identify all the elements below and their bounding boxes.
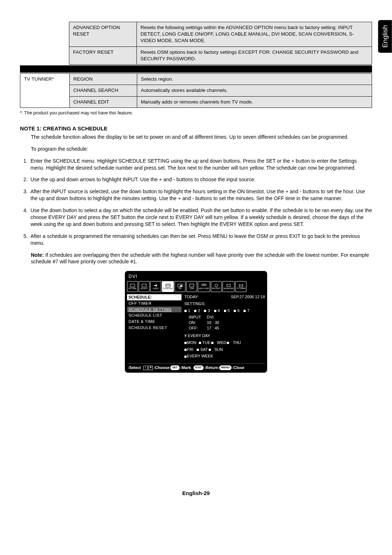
square-icon (214, 310, 216, 312)
osd-tab-adjust[interactable]: ADJUST (139, 281, 150, 292)
step-4: Use the down button to select a day on w… (29, 207, 372, 228)
osd-tab-picture[interactable]: PICTURE (127, 281, 138, 292)
osd-left-item-schedulelist[interactable]: SCHEDULE LIST (127, 312, 181, 319)
set-pill: SET (170, 365, 180, 370)
square-icon (184, 342, 187, 344)
square-icon (184, 356, 187, 358)
note-after: Note: If schedules are overlapping then … (31, 252, 372, 266)
osd-tab-osm[interactable]: OSM (186, 281, 197, 292)
svg-rect-11 (239, 285, 243, 287)
square-icon (227, 342, 229, 344)
osd-title: DVI (128, 273, 264, 280)
tv-tuner-rowhead: TV TUNNER* (20, 74, 70, 108)
step-3: After the INPUT source is selected, use … (29, 188, 372, 202)
osd-tab-audio[interactable]: AUDIO (150, 281, 161, 292)
osd-today-value: SEP.27.2006 12:18 (231, 294, 265, 300)
empty-rowhead (20, 22, 69, 47)
note-intro: The schedule function allows the display… (31, 134, 372, 141)
svg-rect-1 (142, 284, 146, 287)
osd-footer-choose: :Choose (154, 365, 170, 370)
osd-left-item-datetime[interactable]: DATE & TIME (127, 319, 181, 325)
yen-icon: ¥ (184, 333, 187, 338)
note-after-text: If schedules are overlapping then the sc… (31, 252, 369, 265)
svg-rect-7 (202, 284, 204, 285)
square-icon (184, 310, 187, 312)
osd-everyweek[interactable]: EVERY WEEK (184, 353, 265, 359)
minus-icon: - (143, 366, 148, 370)
osd-tab-advanced[interactable]: ADVANCED (222, 281, 234, 292)
table2-desc-1: Automatically stores available channels. (137, 85, 372, 96)
osd-on-label: ON: (189, 320, 207, 325)
osd-on-value: 10 : 30 (207, 320, 219, 325)
square-icon (184, 349, 187, 351)
osd-days-row2: FRI SAT SUN (184, 347, 265, 352)
table2-label-1: CHANNEL SEARCH (70, 85, 137, 96)
osd-footer-select: :Select (128, 365, 141, 370)
note-section: NOTE 1: CREATING A SCHEDULE The schedule… (20, 125, 372, 266)
table1-desc-0: Resets the following settings within the… (137, 22, 372, 47)
osd-tab-protect[interactable]: PROTECT (211, 281, 222, 292)
osd-tab-tvtuner[interactable]: TV TUNER (235, 281, 246, 292)
osd-left-item-offtimer[interactable]: OFF TIMER (127, 300, 181, 307)
language-tab: English (378, 20, 392, 53)
step-2: Use the up and down arrows to highlight … (29, 176, 372, 183)
osd-tab-pip[interactable]: PIP (175, 281, 185, 292)
osd-input-label: INPUT: (189, 315, 207, 320)
osd-days-row1: MON TUE WED THU (184, 340, 265, 345)
table1-desc-1: Resets OSM options back to factory setti… (137, 46, 372, 64)
program-intro: To program the schedule: (31, 146, 372, 153)
step-1: Enter the SCHEDULE menu. Highlight SCHED… (29, 158, 372, 171)
osd-right-panel: TODAY: SEP.27.2006 12:18 SETTINGS: 1 2 3… (184, 294, 265, 360)
svg-rect-10 (227, 284, 230, 287)
osd-input-value: DVI (207, 315, 213, 320)
osd-settings-label: SETTINGS: (184, 301, 265, 307)
osd-tab-schedule[interactable]: SCHEDULE (162, 281, 174, 292)
empty-rowhead (20, 46, 69, 64)
osd-off-label: OFF: (189, 325, 207, 331)
osd-footer-close: :Close (232, 365, 245, 370)
square-icon (197, 349, 199, 351)
steps-list: Enter the SCHEDULE menu. Highlight SCHED… (20, 158, 372, 247)
osd-footer: :Select -+ :Choose SET :Mark EXIT :Retur… (127, 363, 265, 370)
osd-schedule-numbers: 1 2 3 4 5 6 7 (184, 308, 265, 313)
table2-desc-2: Manually adds or removes channels from T… (137, 96, 372, 108)
osd-panel: DVI PICTURE ADJUST AUDIO SCHEDULE PIP OS… (124, 270, 268, 373)
square-icon (244, 310, 246, 312)
square-icon (211, 342, 213, 344)
table2-desc-0: Selects region. (137, 74, 372, 85)
osd-footer-mark: :Mark (180, 365, 191, 370)
svg-rect-2 (166, 284, 170, 287)
svg-point-9 (215, 284, 218, 287)
osd-tab-multidisp[interactable]: MULTI DISP (198, 281, 210, 292)
svg-rect-0 (130, 284, 135, 287)
osd-today-label: TODAY: (184, 294, 199, 300)
osd-tab-bar: PICTURE ADJUST AUDIO SCHEDULE PIP OSM MU… (127, 281, 265, 292)
section-separator (20, 65, 372, 73)
square-icon (199, 342, 201, 344)
exit-pill: EXIT (193, 365, 204, 370)
table1-label-1: FACTORY RESET (69, 46, 137, 64)
osd-footer-return: :Return (204, 365, 219, 370)
tv-tuner-table: TV TUNNER* REGION Selects region. CHANNE… (20, 73, 372, 108)
note-after-bold: Note: (31, 252, 44, 258)
square-icon (204, 310, 206, 312)
square-icon (224, 310, 226, 312)
svg-rect-8 (204, 284, 206, 285)
menu-pill: MENU (219, 365, 232, 370)
osd-body: SCHEDULE: OFF TIMER SCHEDULE SETTING SCH… (127, 294, 265, 360)
step-5: After a schedule is programmed the remai… (29, 233, 372, 247)
table1-label-0: ADVANCED OPTION RESET (69, 22, 137, 47)
osd-left-item-schedulesetting[interactable]: SCHEDULE SETTING (127, 307, 181, 313)
square-icon (209, 349, 211, 351)
osd-everyday[interactable]: ¥ EVERY DAY (184, 333, 265, 339)
page-number: English-29 (20, 490, 372, 497)
svg-rect-6 (189, 284, 194, 287)
table2-label-2: CHANNEL EDIT (70, 96, 137, 108)
osd-left-item-schedulereset[interactable]: SCHEDULE RESET (127, 325, 181, 331)
svg-rect-5 (180, 285, 182, 287)
square-icon (234, 310, 236, 312)
note-heading: NOTE 1: CREATING A SCHEDULE (20, 125, 372, 132)
osd-left-menu: SCHEDULE: OFF TIMER SCHEDULE SETTING SCH… (127, 294, 181, 360)
osd-left-header: SCHEDULE: (127, 294, 181, 300)
plus-icon: + (148, 366, 153, 370)
